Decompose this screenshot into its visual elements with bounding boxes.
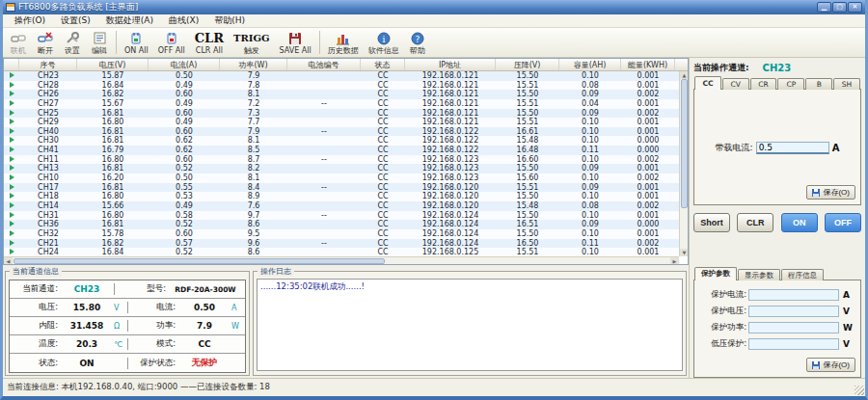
cell-vdrop: 15.51 xyxy=(496,81,559,91)
off-button[interactable]: OFF xyxy=(825,213,861,232)
power-unit: W xyxy=(231,322,245,331)
cell-battery-id xyxy=(287,71,361,81)
column-header[interactable]: 容量(AH) xyxy=(559,59,621,70)
mode-tab[interactable]: CV xyxy=(722,78,749,90)
cell-power: 9.7 xyxy=(220,211,287,221)
vertical-scrollbar[interactable]: ▲ ▼ xyxy=(679,71,688,256)
cell-current: 0.50 xyxy=(149,173,220,183)
save-protection-button[interactable]: 保存(O) xyxy=(806,358,855,372)
menu-item[interactable]: 操作(O) xyxy=(7,14,53,27)
software-info-button[interactable]: i 软件信息 xyxy=(364,28,404,57)
close-button[interactable]: ✕ xyxy=(848,2,862,13)
cell-capacity: 0.10 xyxy=(559,192,621,201)
table-row[interactable]: CH41 16.79 0.62 8.5 CC 192.168.0.122 16.… xyxy=(4,146,679,155)
table-row[interactable]: CH17 16.81 0.55 8.4 -- CC 192.168.0.120 … xyxy=(4,183,679,193)
table-row[interactable]: CH29 16.80 0.49 7.7 CC 192.168.0.121 15.… xyxy=(4,118,679,127)
column-header[interactable]: 压降(V) xyxy=(496,59,559,70)
cell-battery-id xyxy=(287,229,361,239)
scroll-up-arrow[interactable]: ▲ xyxy=(680,71,689,79)
save-setting-button[interactable]: 保存(O) xyxy=(806,185,855,200)
table-row[interactable]: CH27 15.67 0.49 7.2 -- CC 192.168.0.121 … xyxy=(4,99,679,109)
on-all-button[interactable]: ON All xyxy=(120,28,153,57)
column-header[interactable]: 功率(W) xyxy=(220,59,287,70)
help-button[interactable]: ? 帮助 xyxy=(404,28,431,57)
table-row[interactable]: CH28 16.84 0.49 7.8 CC 192.168.0.121 15.… xyxy=(4,81,679,91)
minimize-button[interactable]: ▁ xyxy=(817,2,831,13)
cell-current: 0.60 xyxy=(149,127,220,137)
table-row[interactable]: CH11 16.80 0.60 8.7 -- CC 192.168.0.123 … xyxy=(4,155,679,165)
protection-tab[interactable]: 保护参数 xyxy=(694,267,737,280)
table-row[interactable]: CH21 16.82 0.57 9.6 -- CC 192.168.0.124 … xyxy=(4,239,679,249)
mode-tab[interactable]: CR xyxy=(750,78,777,90)
table-row[interactable]: CH25 16.81 0.60 7.3 CC 192.168.0.121 15.… xyxy=(4,109,679,119)
disconnect-button[interactable]: 断开 xyxy=(32,28,59,57)
row-status-cell xyxy=(4,201,19,211)
column-header[interactable]: 能量(KWH) xyxy=(621,59,675,70)
menu-item[interactable]: 曲线(X) xyxy=(161,14,206,27)
table-row[interactable]: CH18 16.80 0.53 8.9 CC 192.168.0.120 15.… xyxy=(4,192,679,201)
table-row[interactable]: CH36 16.81 0.52 8.6 CC 192.168.0.124 16.… xyxy=(4,220,679,229)
protection-field-label: 保护电流: xyxy=(700,289,746,301)
load-current-input[interactable] xyxy=(756,142,829,154)
row-status-cell xyxy=(4,220,19,229)
clear-button[interactable]: CLR xyxy=(737,213,773,232)
table-row[interactable]: CH32 15.78 0.60 9.5 CC 192.168.0.124 15.… xyxy=(4,229,679,239)
scroll-right-arrow[interactable]: ▶ xyxy=(670,257,679,265)
table-row[interactable]: CH10 16.20 0.50 8.1 CC 192.168.0.123 15.… xyxy=(4,173,679,183)
vertical-scroll-thumb[interactable] xyxy=(681,79,688,208)
menu-item[interactable]: 设置(S) xyxy=(53,14,98,27)
settings-button[interactable]: 设置 xyxy=(59,28,86,57)
horizontal-scroll-thumb[interactable] xyxy=(14,258,385,264)
save-all-button[interactable]: SAVE All xyxy=(275,28,316,57)
off-all-button[interactable]: OFF All xyxy=(153,28,190,57)
protection-tab[interactable]: 程序信息 xyxy=(781,269,824,280)
edit-button[interactable]: 编辑 xyxy=(86,28,113,57)
menu-item[interactable]: 数据处理(A) xyxy=(98,14,161,27)
connect-button[interactable]: 联机 xyxy=(5,28,32,57)
short-button[interactable]: Short xyxy=(693,213,730,232)
cell-current: 0.60 xyxy=(149,229,220,239)
table-row[interactable]: CH30 16.81 0.62 8.1 CC 192.168.0.122 15.… xyxy=(4,136,679,146)
channel-action-buttons: Short CLR ON OFF xyxy=(693,213,861,232)
table-row[interactable]: CH40 16.81 0.60 7.9 -- CC 192.168.0.122 … xyxy=(4,127,679,137)
toolbar-separator xyxy=(116,31,117,54)
column-header[interactable]: IP地址 xyxy=(405,59,496,70)
column-header[interactable]: 电压(V) xyxy=(77,59,149,70)
temperature-label: 温度: xyxy=(10,338,60,350)
table-row[interactable]: CH24 16.84 0.52 8.6 CC 192.168.0.125 15.… xyxy=(4,248,679,256)
table-row[interactable]: CH13 16.81 0.52 8.2 CC 192.168.0.123 15.… xyxy=(4,164,679,173)
resize-grip[interactable] xyxy=(854,386,864,395)
column-header[interactable]: 序号 xyxy=(19,59,77,70)
cell-ip: 192.168.0.121 xyxy=(405,118,496,127)
horizontal-scrollbar[interactable]: ◀ ▶ xyxy=(4,256,679,264)
table-row[interactable]: CH23 15.87 0.50 7.9 CC 192.168.0.121 15.… xyxy=(4,71,679,81)
protection-field-input[interactable] xyxy=(748,289,839,301)
history-data-button[interactable]: 历史数据 xyxy=(323,28,364,57)
clr-all-button[interactable]: CLR CLR All xyxy=(190,28,229,57)
protection-field-input[interactable] xyxy=(748,338,839,350)
mode-tab[interactable]: B xyxy=(805,78,832,90)
column-header[interactable]: 电流(A) xyxy=(149,59,220,70)
table-row[interactable]: CH31 16.80 0.58 9.7 -- CC 192.168.0.124 … xyxy=(4,211,679,221)
menu-item[interactable]: 帮助(H) xyxy=(206,14,253,27)
cell-capacity: 0.10 xyxy=(559,248,621,256)
column-header[interactable]: 状态 xyxy=(361,59,405,70)
table-row[interactable]: CH26 16.82 0.60 8.1 CC 192.168.0.121 15.… xyxy=(4,90,679,99)
mode-tab[interactable]: CP xyxy=(777,78,804,90)
scroll-left-arrow[interactable]: ◀ xyxy=(4,257,13,265)
column-header[interactable]: 电池编号 xyxy=(287,59,361,70)
on-button[interactable]: ON xyxy=(781,213,818,232)
table-row[interactable]: CH14 15.66 0.49 7.6 CC 192.168.0.120 15.… xyxy=(4,201,679,211)
log-output[interactable]: ......12:35:02联机成功......! xyxy=(257,279,683,371)
trigger-button[interactable]: TRIGG 触发 xyxy=(229,28,275,57)
mode-tab[interactable]: SH xyxy=(833,78,860,90)
mode-tab[interactable]: CC xyxy=(694,76,721,90)
protection-field-input[interactable] xyxy=(748,322,839,333)
toolbar-separator xyxy=(319,31,320,54)
protection-field-input[interactable] xyxy=(748,306,839,317)
cell-battery-id xyxy=(287,118,361,127)
protection-tab[interactable]: 显示参数 xyxy=(738,269,780,280)
cell-energy: 0.001 xyxy=(621,183,675,193)
maximize-button[interactable]: ▢ xyxy=(832,2,847,13)
scroll-down-arrow[interactable]: ▼ xyxy=(680,249,689,256)
